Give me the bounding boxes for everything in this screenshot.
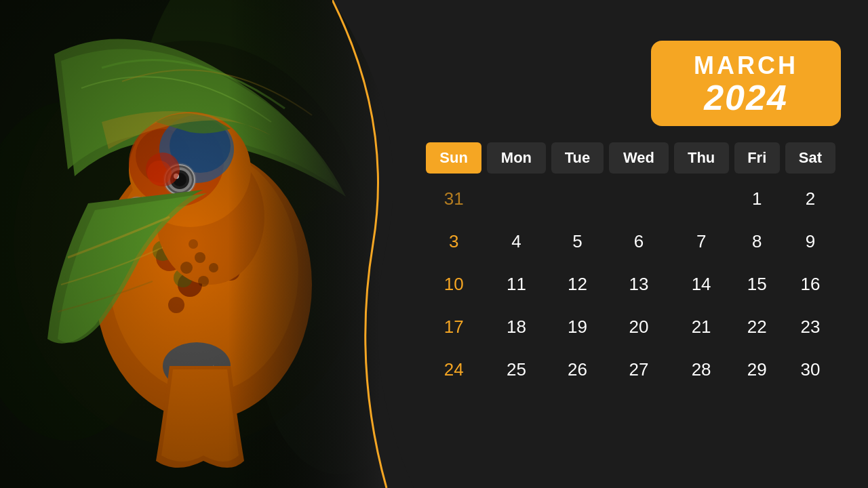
calendar-day: 22 [734,310,780,344]
header-thu: Thu [674,142,729,174]
header-wed: Wed [609,142,668,174]
calendar-day: 16 [785,267,835,302]
calendar-week-2: 10111213141516 [426,267,835,302]
calendar-week-0: 3112 [426,182,835,216]
calendar-day: 1 [734,182,780,216]
calendar-day: 14 [674,267,729,302]
calendar-day: 27 [609,352,668,387]
svg-rect-42 [0,0,380,488]
calendar-week-4: 24252627282930 [426,352,835,387]
calendar-day: 23 [785,310,835,344]
calendar-day: 9 [785,224,835,259]
calendar-section: MARCH 2024 Sun Mon Tue Wed Thu Fri Sat 3… [380,0,868,488]
title-box: MARCH 2024 [651,41,841,126]
calendar-week-1: 3456789 [426,224,835,259]
calendar-day: 24 [426,352,481,387]
calendar-day: 11 [487,267,545,302]
calendar-day: 26 [551,352,604,387]
calendar-grid: Sun Mon Tue Wed Thu Fri Sat 311234567891… [420,134,841,395]
calendar-day: 30 [785,352,835,387]
calendar-day: 4 [487,224,545,259]
header-mon: Mon [487,142,545,174]
header-fri: Fri [734,142,780,174]
calendar-week-3: 17181920212223 [426,310,835,344]
calendar-day: 19 [551,310,604,344]
calendar-day [487,182,545,216]
calendar-day: 7 [674,224,729,259]
month-label: MARCH [684,52,808,80]
calendar-day: 17 [426,310,481,344]
header-sun: Sun [426,142,481,174]
calendar-table: Sun Mon Tue Wed Thu Fri Sat 311234567891… [420,134,841,395]
calendar-day: 15 [734,267,780,302]
calendar-day: 12 [551,267,604,302]
calendar-day: 10 [426,267,481,302]
calendar-day: 5 [551,224,604,259]
calendar-day: 25 [487,352,545,387]
calendar-day: 20 [609,310,668,344]
calendar-day: 2 [785,182,835,216]
calendar-day: 13 [609,267,668,302]
calendar-day: 3 [426,224,481,259]
header-sat: Sat [785,142,835,174]
calendar-day: 6 [609,224,668,259]
calendar-day [551,182,604,216]
header-tue: Tue [551,142,604,174]
calendar-day: 28 [674,352,729,387]
year-label: 2024 [684,80,808,115]
calendar-day [609,182,668,216]
calendar-day: 18 [487,310,545,344]
calendar-day: 29 [734,352,780,387]
calendar-day: 21 [674,310,729,344]
calendar-day: 8 [734,224,780,259]
curve-divider [332,0,414,488]
calendar-day: 31 [426,182,481,216]
calendar-day [674,182,729,216]
photo-section [0,0,380,488]
calendar-header-row: Sun Mon Tue Wed Thu Fri Sat [426,142,835,174]
